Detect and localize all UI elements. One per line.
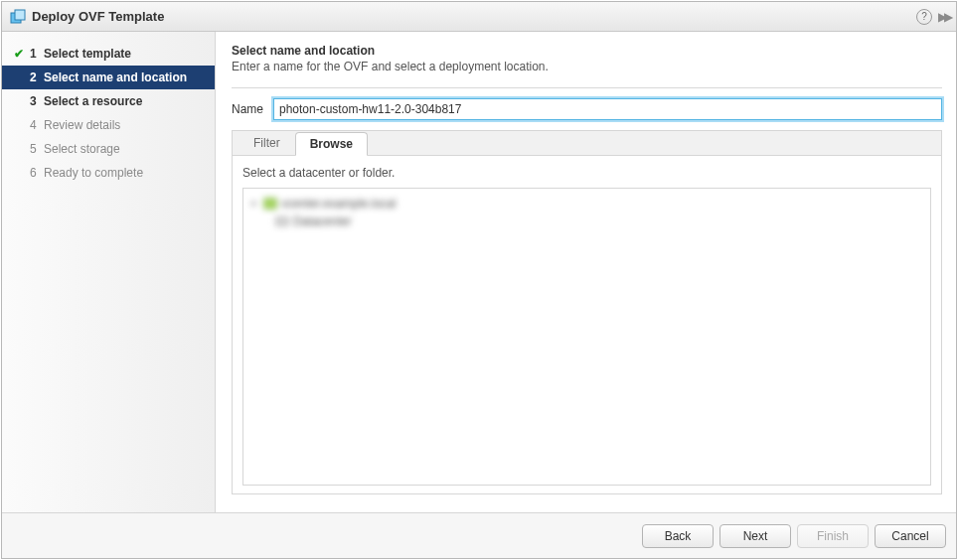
vcenter-icon [263, 197, 277, 210]
checkmark-icon: ✔ [12, 47, 26, 61]
svg-rect-3 [276, 217, 288, 225]
tree-node-label: Datacenter [293, 214, 352, 228]
step-label: Review details [44, 118, 120, 132]
ovf-template-icon [10, 9, 26, 25]
step-number: 4 [30, 118, 44, 132]
step-select-template[interactable]: ✔ 1 Select template [2, 42, 215, 66]
step-ready-complete: ✔ 6 Ready to complete [2, 161, 215, 185]
back-button[interactable]: Back [642, 524, 714, 548]
step-number: 2 [30, 70, 44, 84]
tab-browse[interactable]: Browse [295, 132, 368, 156]
expand-icon[interactable]: ▶▶ [938, 10, 950, 24]
name-row: Name [232, 98, 942, 120]
wizard-page-content: Select name and location Enter a name fo… [216, 32, 956, 512]
dialog-frame: Deploy OVF Template ? ▶▶ ✔ 1 Select temp… [1, 1, 957, 559]
step-number: 3 [30, 94, 44, 108]
step-select-resource[interactable]: ✔ 3 Select a resource [2, 89, 215, 113]
tree-node-datacenter[interactable]: Datacenter [251, 212, 922, 230]
name-label: Name [232, 102, 273, 116]
page-heading: Select name and location [232, 44, 942, 58]
step-select-name-location[interactable]: ✔ 2 Select name and location [2, 66, 215, 89]
step-label: Select a resource [44, 94, 142, 108]
page-subtitle: Enter a name for the OVF and select a de… [232, 60, 942, 73]
svg-rect-2 [264, 199, 276, 209]
step-number: 6 [30, 166, 44, 180]
step-select-storage: ✔ 5 Select storage [2, 137, 215, 161]
divider [232, 87, 942, 88]
browse-panel: Select a datacenter or folder. ▾ vcenter… [232, 156, 942, 494]
next-button[interactable]: Next [719, 524, 791, 548]
tree-node-label: vcenter.example.local [281, 197, 396, 210]
step-number: 5 [30, 142, 44, 156]
step-label: Select template [44, 47, 131, 61]
tree-collapse-icon[interactable]: ▾ [251, 199, 259, 209]
location-tabs: Filter Browse [232, 130, 942, 156]
tab-filter[interactable]: Filter [239, 131, 295, 155]
wizard-steps-sidebar: ✔ 1 Select template ✔ 2 Select name and … [2, 32, 216, 512]
titlebar: Deploy OVF Template ? ▶▶ [2, 2, 956, 32]
help-icon[interactable]: ? [916, 9, 932, 25]
datacenter-icon [275, 214, 289, 228]
titlebar-right: ? ▶▶ [916, 2, 950, 31]
step-label: Ready to complete [44, 166, 143, 180]
finish-button: Finish [797, 524, 869, 548]
tree-node-root[interactable]: ▾ vcenter.example.local [251, 195, 922, 212]
step-review-details: ✔ 4 Review details [2, 113, 215, 137]
svg-rect-1 [15, 10, 25, 20]
wizard-footer: Back Next Finish Cancel [2, 512, 956, 558]
dialog-title: Deploy OVF Template [32, 9, 164, 24]
step-label: Select storage [44, 142, 120, 156]
step-label: Select name and location [44, 70, 187, 84]
location-tree[interactable]: ▾ vcenter.example.local Datacenter [242, 188, 931, 486]
name-input[interactable] [273, 98, 942, 120]
browse-instruction: Select a datacenter or folder. [242, 166, 931, 180]
body: ✔ 1 Select template ✔ 2 Select name and … [2, 32, 956, 512]
step-number: 1 [30, 47, 44, 61]
cancel-button[interactable]: Cancel [875, 524, 946, 548]
